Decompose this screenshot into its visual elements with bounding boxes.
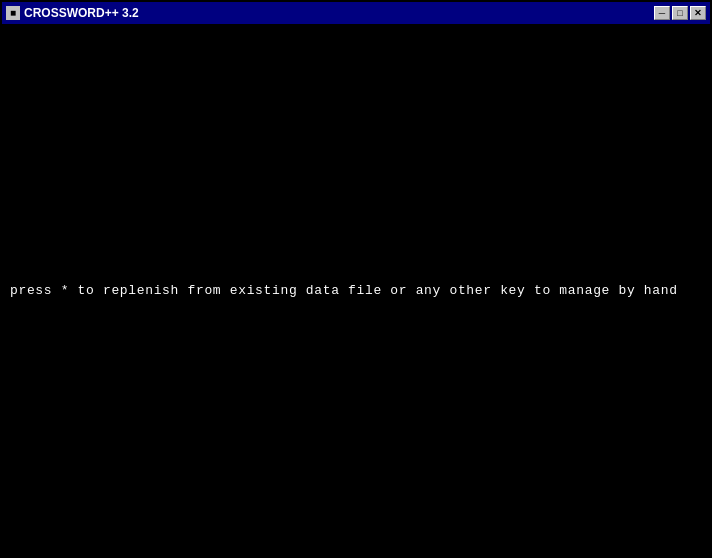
application-window: ■ CROSSWORD++ 3.2 ─ □ ✕ press * to reple… [0,0,712,558]
title-bar-left: ■ CROSSWORD++ 3.2 [6,6,139,20]
maximize-button[interactable]: □ [672,6,688,20]
minimize-button[interactable]: ─ [654,6,670,20]
terminal-message: press * to replenish from existing data … [10,283,678,298]
window-title: CROSSWORD++ 3.2 [24,6,139,20]
terminal-content: press * to replenish from existing data … [2,24,710,556]
window-icon: ■ [6,6,20,20]
title-bar: ■ CROSSWORD++ 3.2 ─ □ ✕ [2,2,710,24]
title-bar-buttons: ─ □ ✕ [654,6,706,20]
close-button[interactable]: ✕ [690,6,706,20]
